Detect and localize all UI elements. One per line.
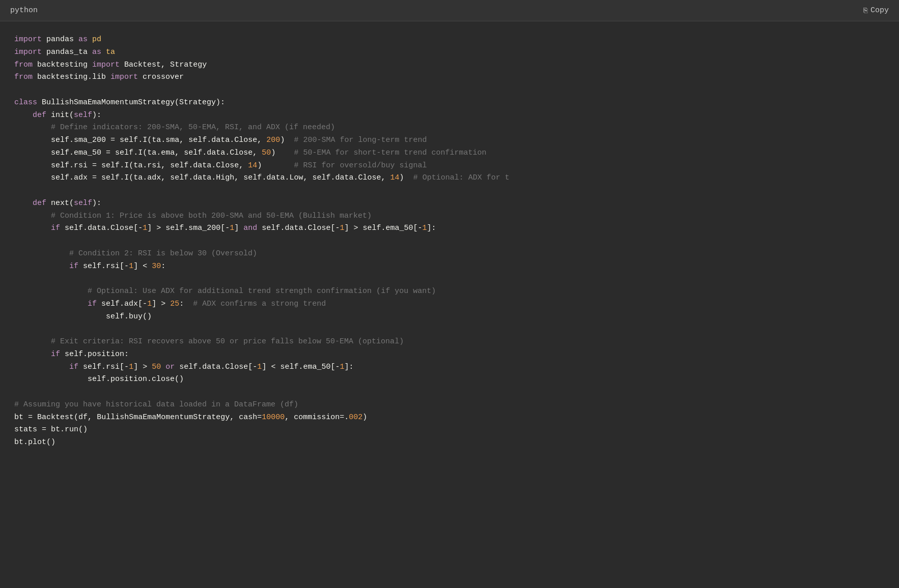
code-line: if self.rsi[-1] > 50 or self.data.Close[…	[14, 361, 885, 374]
code-line: self.rsi = self.I(ta.rsi, self.data.Clos…	[14, 160, 885, 172]
code-line	[14, 323, 885, 336]
code-line: class BullishSmaEmaMomentumStrategy(Stra…	[14, 97, 885, 109]
code-line: self.sma_200 = self.I(ta.sma, self.data.…	[14, 134, 885, 147]
code-line: def init(self):	[14, 109, 885, 122]
code-line: # Assuming you have historical data load…	[14, 399, 885, 411]
code-line	[14, 235, 885, 248]
code-line: # Condition 1: Price is above both 200-S…	[14, 210, 885, 223]
language-label: python	[10, 6, 38, 15]
code-body: import pandas as pd import pandas_ta as …	[0, 21, 899, 461]
code-line	[14, 386, 885, 399]
code-line: self.position.close()	[14, 373, 885, 386]
code-line: self.buy()	[14, 311, 885, 324]
copy-button[interactable]: ⎘ Copy	[863, 6, 889, 15]
code-container: python ⎘ Copy import pandas as pd import…	[0, 0, 899, 588]
code-line	[14, 84, 885, 97]
code-line: # Condition 2: RSI is below 30 (Oversold…	[14, 248, 885, 260]
code-line: # Define indicators: 200-SMA, 50-EMA, RS…	[14, 122, 885, 134]
code-line: if self.rsi[-1] < 30:	[14, 260, 885, 273]
code-line: self.ema_50 = self.I(ta.ema, self.data.C…	[14, 147, 885, 160]
copy-icon: ⎘	[863, 7, 867, 15]
code-line: if self.data.Close[-1] > self.sma_200[-1…	[14, 222, 885, 235]
code-line: self.adx = self.I(ta.adx, self.data.High…	[14, 172, 885, 185]
code-line: from backtesting.lib import crossover	[14, 71, 885, 84]
code-line: import pandas as pd	[14, 34, 885, 46]
code-line: from backtesting import Backtest, Strate…	[14, 59, 885, 72]
code-line: def next(self):	[14, 197, 885, 210]
code-line: bt = Backtest(df, BullishSmaEmaMomentumS…	[14, 411, 885, 424]
code-line: # Exit criteria: RSI recovers above 50 o…	[14, 336, 885, 348]
code-line: import pandas_ta as ta	[14, 46, 885, 59]
copy-label: Copy	[870, 6, 889, 15]
code-line: if self.position:	[14, 348, 885, 361]
code-line	[14, 273, 885, 285]
code-line: stats = bt.run()	[14, 424, 885, 436]
code-header: python ⎘ Copy	[0, 0, 899, 21]
code-line	[14, 185, 885, 197]
code-line: bt.plot()	[14, 436, 885, 449]
code-line: # Optional: Use ADX for additional trend…	[14, 285, 885, 298]
code-line: if self.adx[-1] > 25: # ADX confirms a s…	[14, 298, 885, 311]
